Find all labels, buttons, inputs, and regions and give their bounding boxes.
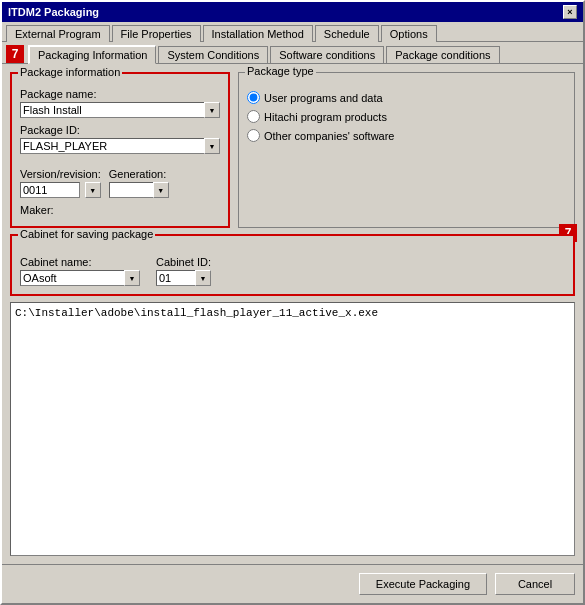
version-label: Version/revision: — [20, 168, 101, 180]
package-info-title: Package information — [18, 66, 122, 78]
cabinet-name-label: Cabinet name: — [20, 256, 140, 268]
package-id-select[interactable]: FLASH_PLAYER — [20, 138, 220, 154]
cabinet-name-field: Cabinet name: OAsoft ▼ — [20, 246, 140, 286]
version-arrow: ▼ — [85, 182, 101, 198]
package-id-label: Package ID: — [20, 124, 220, 136]
package-name-wrapper: Flash Install ▼ — [20, 102, 220, 118]
cabinet-group: Cabinet for saving package Cabinet name:… — [10, 234, 575, 296]
main-window: ITDM2 Packaging × External Program File … — [0, 0, 585, 605]
content-area: Package information Package name: Flash … — [2, 64, 583, 564]
package-info-group: Package information Package name: Flash … — [10, 72, 230, 228]
version-generation-row: Version/revision: 0011 ▼ Generation: — [20, 158, 220, 198]
tab-external-program[interactable]: External Program — [6, 25, 110, 42]
radio-hitachi-label: Hitachi program products — [264, 111, 387, 123]
tab-file-properties[interactable]: File Properties — [112, 25, 201, 42]
package-type-group: Package type User programs and data Hita… — [238, 72, 575, 228]
file-path-area: C:\Installer\adobe\install_flash_player_… — [10, 302, 575, 556]
tab-package-conditions[interactable]: Package conditions — [386, 46, 499, 63]
step-badge-7: 7 — [6, 45, 24, 63]
cabinet-fields: Cabinet name: OAsoft ▼ Cabinet ID: 0 — [20, 246, 565, 286]
tab-installation-method[interactable]: Installation Method — [203, 25, 313, 42]
version-field: Version/revision: 0011 ▼ — [20, 158, 101, 198]
cabinet-row: 7 Cabinet for saving package Cabinet nam… — [10, 234, 575, 296]
cabinet-id-select[interactable]: 01 — [156, 270, 196, 286]
close-button[interactable]: × — [563, 5, 577, 19]
radio-user-programs: User programs and data — [247, 91, 566, 104]
top-row: Package information Package name: Flash … — [10, 72, 575, 228]
cabinet-name-select[interactable]: OAsoft — [20, 270, 140, 286]
package-name-label: Package name: — [20, 88, 220, 100]
package-name-select[interactable]: Flash Install — [20, 102, 220, 118]
top-tab-bar: External Program File Properties Install… — [2, 22, 583, 42]
generation-select[interactable] — [109, 182, 169, 198]
tab-schedule[interactable]: Schedule — [315, 25, 379, 42]
bottom-bar: Execute Packaging Cancel — [2, 564, 583, 603]
tab-options[interactable]: Options — [381, 25, 437, 42]
cabinet-title: Cabinet for saving package — [18, 228, 155, 240]
package-id-wrapper: FLASH_PLAYER ▼ — [20, 138, 220, 154]
radio-other-companies-label: Other companies' software — [264, 130, 395, 142]
radio-other-companies-input[interactable] — [247, 129, 260, 142]
cabinet-name-wrapper: OAsoft ▼ — [20, 270, 140, 286]
cabinet-id-arrow: ▼ — [195, 270, 211, 286]
cabinet-id-wrapper: 01 ▼ — [156, 270, 211, 286]
generation-label: Generation: — [109, 168, 169, 180]
radio-user-programs-input[interactable] — [247, 91, 260, 104]
radio-hitachi-input[interactable] — [247, 110, 260, 123]
radio-user-programs-label: User programs and data — [264, 92, 383, 104]
cabinet-id-label: Cabinet ID: — [156, 256, 211, 268]
package-type-title: Package type — [245, 65, 316, 77]
package-type-radio-group: User programs and data Hitachi program p… — [247, 91, 566, 142]
maker-label: Maker: — [20, 204, 220, 216]
radio-hitachi: Hitachi program products — [247, 110, 566, 123]
tab-software-conditions[interactable]: Software conditions — [270, 46, 384, 63]
version-select[interactable]: 0011 — [20, 182, 80, 198]
version-wrapper: 0011 ▼ — [20, 182, 101, 198]
window-title: ITDM2 Packaging — [8, 6, 99, 18]
file-path-wrapper: C:\Installer\adobe\install_flash_player_… — [10, 302, 575, 556]
cancel-button[interactable]: Cancel — [495, 573, 575, 595]
title-bar: ITDM2 Packaging × — [2, 2, 583, 22]
generation-wrapper: ▼ — [109, 182, 169, 198]
cabinet-id-field: Cabinet ID: 01 ▼ — [156, 246, 211, 286]
tab-system-conditions[interactable]: System Conditions — [158, 46, 268, 63]
generation-field: Generation: ▼ — [109, 158, 169, 198]
execute-packaging-button[interactable]: Execute Packaging — [359, 573, 487, 595]
radio-other-companies: Other companies' software — [247, 129, 566, 142]
tab-packaging-information[interactable]: Packaging Information — [28, 45, 156, 64]
second-tab-bar: 7 Packaging Information System Condition… — [2, 42, 583, 64]
